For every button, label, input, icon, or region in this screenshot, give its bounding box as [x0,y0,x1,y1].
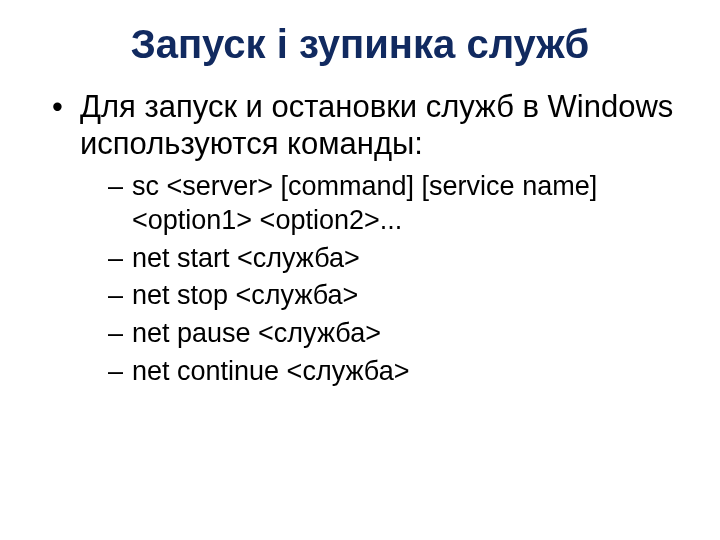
list-item: Для запуск и остановки служб в Windows и… [52,89,680,389]
list-item-text: Для запуск и остановки служб в Windows и… [80,89,673,161]
list-item: net pause <служба> [108,317,680,351]
list-item-text: net start <служба> [132,243,360,273]
list-item-text: net pause <служба> [132,318,381,348]
list-item-text: sc <server> [command] [service name] <op… [132,171,597,235]
slide-title: Запуск і зупинка служб [40,22,680,67]
bullet-list: Для запуск и остановки служб в Windows и… [40,89,680,389]
list-item: net start <служба> [108,242,680,276]
list-item: net continue <служба> [108,355,680,389]
list-item-text: net continue <служба> [132,356,409,386]
list-item-text: net stop <служба> [132,280,358,310]
list-item: sc <server> [command] [service name] <op… [108,170,680,238]
list-item: net stop <служба> [108,279,680,313]
sub-bullet-list: sc <server> [command] [service name] <op… [80,170,680,389]
slide: Запуск і зупинка служб Для запуск и оста… [0,0,720,540]
